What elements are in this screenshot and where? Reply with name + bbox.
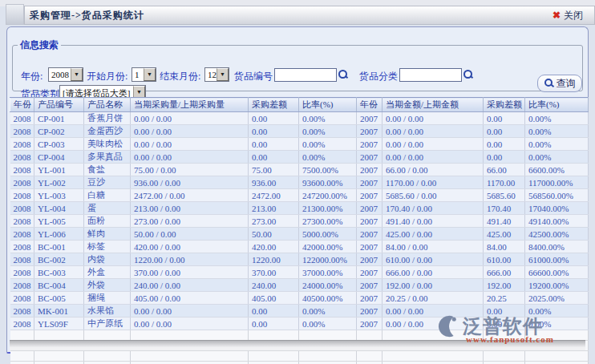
cell-year2: 2007 [357,279,382,292]
close-label[interactable]: 关闭 [564,9,583,22]
col-header-amount-diff[interactable]: 采购差额 [484,98,525,112]
col-header-amount-pair[interactable]: 当期金额/上期金额 [382,98,484,112]
table-row[interactable]: 2008CP-002金蛋西沙0.00 / 0.000.000.00%20070.… [10,125,589,138]
cell-qty-ratio: 0.00% [299,125,357,138]
cell-qty-pair: 273.00 / 0.00 [131,215,249,228]
cell-amount-pair: 425.00 / 0.00 [382,228,484,241]
cell-qty-ratio: 0.00% [299,138,357,151]
search-icon[interactable] [338,69,348,80]
table-row[interactable]: 2008MK-001水果馅0.00 / 0.000.000.00%20070.0… [10,305,589,317]
cell-amount-ratio: 6600.00% [525,164,589,176]
year-select[interactable]: 2008 ▼ [48,67,83,82]
empty-cell [525,351,589,362]
cell-year: 2008 [10,266,34,279]
col-header-amount-ratio[interactable]: 比率(%) [525,98,589,112]
empty-cell [10,351,34,362]
cell-year: 2008 [10,138,34,151]
cell-product-name: 白糖 [84,189,131,202]
search-legend: 信息搜索 [18,38,61,52]
cell-amount-ratio: 0.00% [525,112,589,125]
cell-qty-pair: 0.00 / 0.00 [131,125,249,138]
empty-cell [299,330,357,341]
table-row[interactable]: 2008YL-003白糖2472.00 / 0.002472.00247200.… [10,189,589,202]
cell-qty-diff: 0.00 [249,112,299,125]
goods-class-input[interactable] [399,68,462,82]
table-row[interactable]: 2008YL-006鲜肉50.00 / 0.0050.005000.00%200… [10,228,589,241]
search-icon[interactable] [463,69,473,80]
cell-product-code: BC-005 [34,292,84,305]
table-row[interactable]: 2008BC-001标签420.00 / 0.00420.0042000.00%… [10,241,589,253]
tab-corner [6,4,24,25]
cell-year2: 2007 [357,202,382,215]
table-row[interactable]: 2008YL-004蛋213.00 / 0.00213.0021300.00%2… [10,202,589,215]
col-header-product-name[interactable]: 产品名称 [84,98,131,112]
table-row[interactable]: 2008YL-001食盐75.00 / 0.0075.007500.00%200… [10,164,589,176]
chevron-down-icon[interactable]: ▼ [144,68,156,81]
cell-qty-pair: 213.00 / 0.00 [131,202,249,215]
cell-amount-pair: 84.00 / 0.00 [382,241,484,253]
cell-product-name: 食盐 [84,164,131,176]
cell-year2: 2007 [357,112,382,125]
cell-qty-ratio: 122000.00% [299,253,357,266]
cell-year2: 2007 [357,151,382,164]
cell-qty-diff: 0.00 [249,317,299,330]
table-row[interactable]: 2008BC-004外袋240.00 / 0.00240.0024000.00%… [10,279,589,292]
main-panel: 信息搜索 年份: 2008 ▼ 开始月份: 1 ▼ 结束月份: 12 ▼ 货品编… [6,26,589,354]
search-icon [544,79,554,88]
chevron-down-icon[interactable]: ▼ [71,68,83,81]
cell-amount-pair: 192.00 / 0.00 [382,279,484,292]
empty-cell [357,330,382,341]
empty-cell [299,362,357,364]
cell-product-code: CP-001 [34,112,84,125]
table-row[interactable]: 2008CP-003美味肉松0.00 / 0.000.000.00%20070.… [10,138,589,151]
cell-amount-ratio: 49140.00% [525,215,589,228]
col-header-product-code[interactable]: 产品编号 [34,98,84,112]
query-button[interactable]: 查询 [537,75,582,92]
table-row[interactable]: 2008YL-002豆沙936.00 / 0.00936.0093600.00%… [10,176,589,189]
table-row[interactable]: 2008BC-002内袋1220.00 / 0.001220.00122000.… [10,253,589,266]
table-row[interactable]: 2008CP-001香蕉月饼0.00 / 0.000.000.00%20070.… [10,112,589,125]
cell-qty-pair: 405.00 / 0.00 [131,292,249,305]
cell-year: 2008 [10,317,34,330]
cell-product-name: 捆绳 [84,292,131,305]
cell-amount-diff: 0.00 [484,138,525,151]
cell-qty-pair: 370.00 / 0.00 [131,266,249,279]
col-header-qty-ratio[interactable]: 比率(%) [299,98,357,112]
empty-cell [382,351,484,362]
cell-product-name: 外盒 [84,266,131,279]
col-header-qty-pair[interactable]: 当期采购量/上期采购量 [131,98,249,112]
close-button[interactable]: ✖ 关闭 [552,6,583,24]
table-row[interactable]: 2008BC-003外盒370.00 / 0.00370.0037000.00%… [10,266,589,279]
cell-qty-ratio: 42000.00% [299,241,357,253]
end-month-select[interactable]: 12 ▼ [204,67,229,82]
col-header-year2[interactable]: 年份 [357,98,382,112]
empty-cell [10,362,34,364]
empty-cell [299,351,357,362]
cell-year2: 2007 [357,189,382,202]
cell-qty-diff: 273.00 [249,215,299,228]
cell-amount-pair: 170.40 / 0.00 [382,202,484,215]
cell-product-name: 美味肉松 [84,138,131,151]
cell-qty-pair: 1220.00 / 0.00 [131,253,249,266]
table-row[interactable]: 2008CP-004多果真品0.00 / 0.000.000.00%20070.… [10,151,589,164]
goods-no-input[interactable] [274,68,337,82]
cell-product-code: YL-003 [34,189,84,202]
cell-qty-ratio: 5000.00% [299,228,357,241]
cell-qty-diff: 0.00 [249,138,299,151]
cell-amount-pair: 20.25 / 0.00 [382,292,484,305]
cell-amount-pair: 491.40 / 0.00 [382,215,484,228]
table-row[interactable]: 2008YL-005面粉273.00 / 0.00273.0027300.00%… [10,215,589,228]
table-row[interactable]: 2008YLS09F中产原纸0.00 / 0.000.000.00%20070.… [10,317,589,330]
cell-qty-pair: 0.00 / 0.00 [131,112,249,125]
horizontal-scrollbar[interactable] [10,340,585,350]
cell-qty-ratio: 93600.00% [299,176,357,189]
close-icon[interactable]: ✖ [552,10,561,20]
start-month-select[interactable]: 1 ▼ [132,67,156,82]
table-row[interactable]: 2008BC-005捆绳405.00 / 0.00405.0040500.00%… [10,292,589,305]
cell-amount-ratio: 0.00% [525,125,589,138]
cell-product-code: BC-001 [34,241,84,253]
chevron-down-icon[interactable]: ▼ [217,68,229,81]
col-header-year[interactable]: 年份 [10,98,34,112]
cell-amount-diff: 84.00 [484,241,525,253]
col-header-qty-diff[interactable]: 采购差额 [249,98,299,112]
